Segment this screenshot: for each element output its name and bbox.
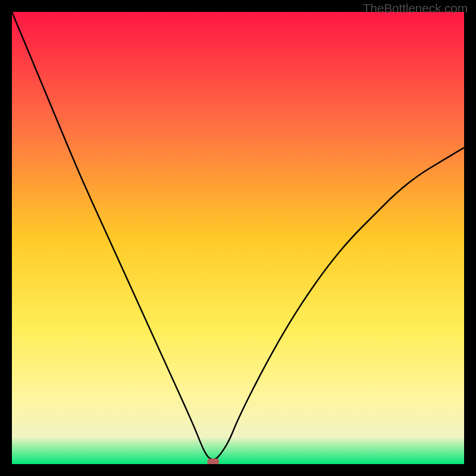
chart-svg (12, 12, 464, 464)
gradient-background (12, 12, 464, 464)
watermark-text: TheBottleneck.com (363, 1, 468, 15)
plot-area (12, 12, 464, 464)
optimal-point-marker (207, 459, 219, 464)
chart-container: TheBottleneck.com (0, 0, 476, 476)
